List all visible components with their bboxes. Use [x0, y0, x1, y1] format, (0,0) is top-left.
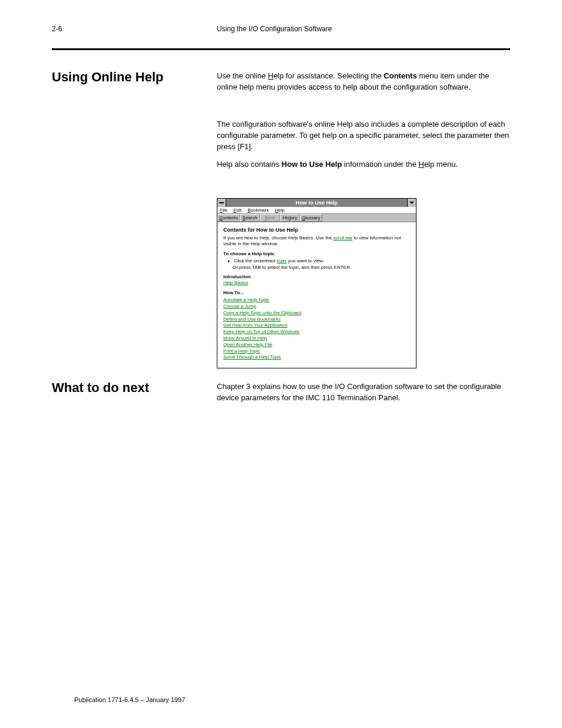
publication-footer: Publication 1771-6.4.5 – January 1997 [74, 696, 185, 703]
topic-link[interactable]: topic [277, 258, 287, 263]
page-number: 2-6 [52, 25, 62, 33]
help-toolbar: Contents Search Back History Glossary [217, 214, 416, 222]
list-item: Move Around in Help [223, 335, 410, 342]
paragraph-3: Help also contains How to Use Help infor… [217, 159, 511, 170]
how-to-link[interactable]: Scroll Through a Help Topic [223, 354, 281, 360]
system-menu-icon[interactable] [217, 199, 226, 207]
scroll-bar-link[interactable]: scroll bar [333, 235, 352, 241]
list-item: Choose a Jump [223, 304, 410, 310]
toolbar-glossary[interactable]: Glossary [300, 214, 322, 222]
how-to-link[interactable]: Print a Help Topic [223, 348, 260, 354]
how-to-link[interactable]: Annotate a Help Topic [223, 297, 269, 302]
how-to-list: Annotate a Help TopicChoose a JumpCopy a… [223, 297, 410, 361]
help-content: Contents for How to Use Help If you are … [217, 222, 416, 368]
horizontal-rule [52, 48, 510, 50]
toolbar-back[interactable]: Back [260, 214, 280, 222]
list-item: Open Another Help File [223, 342, 410, 348]
choose-line-1: Click the underlined topic you want to v… [228, 258, 410, 264]
list-item: Keep Help on Top of Other Windows [223, 329, 410, 335]
how-to-link[interactable]: Open Another Help File [223, 342, 272, 347]
help-intro-text: If you are new to Help, choose Help Basi… [223, 235, 410, 248]
chapter-title: Using the I/O Configuration Software [217, 25, 332, 33]
list-item: Define and Use Bookmarks [223, 317, 410, 323]
to-choose-heading: To choose a Help topic [223, 251, 410, 257]
introduction-heading: Introduction [223, 274, 410, 280]
section-heading-what-to-do-next: What to do next [52, 380, 149, 396]
how-to-link[interactable]: Move Around in Help [223, 335, 267, 341]
how-to-link[interactable]: Copy a Help Topic onto the Clipboard [223, 310, 301, 315]
toolbar-history[interactable]: History [280, 214, 300, 222]
toolbar-contents[interactable]: Contents [217, 214, 240, 222]
list-item: Copy a Help Topic onto the Clipboard [223, 310, 410, 317]
help-menubar: File Edit Bookmark Help [217, 207, 416, 214]
choose-line-2: Or press TAB to select the topic, and th… [233, 265, 410, 271]
how-to-link[interactable]: Keep Help on Top of Other Windows [223, 329, 299, 334]
menu-file[interactable]: File [220, 207, 227, 213]
list-item: Scroll Through a Help Topic [223, 354, 410, 361]
paragraph-4: Chapter 3 explains how to use the I/O Co… [217, 381, 511, 404]
help-window-titlebar[interactable]: How to Use Help [217, 199, 416, 207]
list-item: Get Help from Your Application [223, 322, 410, 329]
minimize-icon[interactable] [407, 199, 416, 207]
help-basics-link[interactable]: Help Basics [223, 280, 248, 285]
paragraph-1: Use the online Help for assistance. Sele… [217, 71, 511, 93]
section-heading-using-online-help: Using Online Help [52, 70, 163, 85]
list-item: Annotate a Help Topic [223, 297, 410, 304]
toolbar-search[interactable]: Search [240, 214, 260, 222]
paragraph-2: The configuration software's online Help… [217, 119, 511, 153]
menu-help[interactable]: Help [275, 207, 284, 213]
help-window: How to Use Help File Edit Bookmark Help … [217, 198, 416, 368]
how-to-link[interactable]: Define and Use Bookmarks [223, 317, 280, 322]
menu-bookmark[interactable]: Bookmark [247, 207, 269, 213]
help-window-title: How to Use Help [296, 200, 338, 206]
how-to-link[interactable]: Get Help from Your Application [223, 322, 287, 328]
menu-edit[interactable]: Edit [233, 207, 242, 213]
how-to-link[interactable]: Choose a Jump [223, 304, 256, 309]
help-content-heading: Contents for How to Use Help [223, 227, 410, 233]
list-item: Print a Help Topic [223, 348, 410, 355]
how-to-heading: How To... [223, 290, 410, 296]
